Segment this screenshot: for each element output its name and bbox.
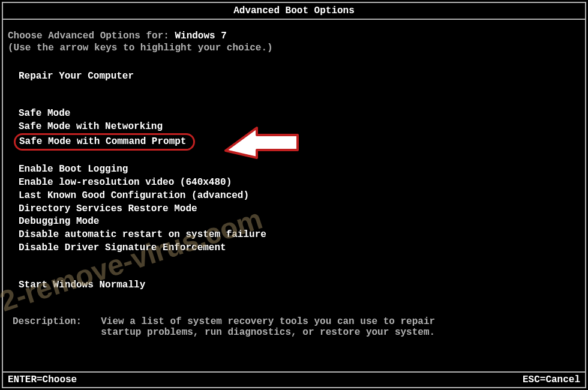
menu-enable-boot-logging[interactable]: Enable Boot Logging — [19, 163, 128, 176]
menu-safe-mode[interactable]: Safe Mode — [19, 107, 70, 120]
menu-directory-services-restore[interactable]: Directory Services Restore Mode — [19, 203, 197, 215]
menu-low-res-video[interactable]: Enable low-resolution video (640x480) — [19, 176, 232, 189]
footer-esc: ESC=Cancel — [523, 374, 580, 385]
menu-safe-mode-networking[interactable]: Safe Mode with Networking — [19, 121, 163, 133]
menu-safe-mode-command-prompt[interactable]: Safe Mode with Command Prompt — [14, 133, 195, 151]
boot-options-frame: Advanced Boot Options Choose Advanced Op… — [2, 2, 586, 388]
header: Advanced Boot Options — [3, 3, 585, 20]
menu-disable-auto-restart[interactable]: Disable automatic restart on system fail… — [19, 229, 266, 241]
footer-bar: ENTER=Choose ESC=Cancel — [3, 371, 585, 387]
footer-enter: ENTER=Choose — [8, 374, 77, 385]
menu-disable-driver-signature[interactable]: Disable Driver Signature Enforcement — [19, 242, 226, 254]
os-name: Windows 7 — [175, 31, 226, 41]
description-text: View a list of system recovery tools you… — [101, 316, 437, 338]
menu-debugging-mode[interactable]: Debugging Mode — [19, 215, 99, 228]
choose-prefix: Choose Advanced Options for: — [8, 31, 175, 41]
menu-last-known-good[interactable]: Last Known Good Configuration (advanced) — [19, 190, 249, 202]
boot-menu[interactable]: Repair Your Computer Safe Mode Safe Mode… — [8, 70, 580, 292]
menu-repair-computer[interactable]: Repair Your Computer — [19, 70, 134, 83]
choose-line: Choose Advanced Options for: Windows 7 — [8, 31, 580, 41]
menu-start-normally[interactable]: Start Windows Normally — [19, 279, 145, 292]
description-block: Description: View a list of system recov… — [8, 316, 580, 338]
hint-line: (Use the arrow keys to highlight your ch… — [8, 43, 580, 53]
content-area: Choose Advanced Options for: Windows 7 (… — [3, 20, 585, 338]
description-label: Description: — [13, 316, 82, 338]
page-title: Advanced Boot Options — [233, 5, 355, 16]
